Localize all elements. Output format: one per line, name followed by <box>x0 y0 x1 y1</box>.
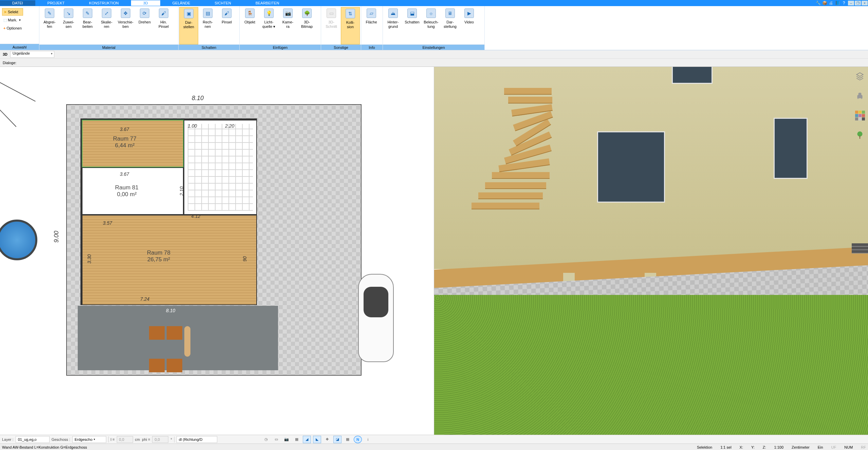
ribbon-item-label: Skalie-ren <box>101 20 112 29</box>
status-unit: Zentimeter <box>792 445 810 449</box>
ribbon-title-schatten: Schatten <box>179 44 239 50</box>
geschoss-select[interactable]: Erdgescho▾ <box>72 436 106 443</box>
furniture-icon[interactable] <box>855 91 865 101</box>
menu-tab-gelaende[interactable]: GELÄNDE <box>160 0 203 6</box>
ribbon-item-label: Licht-quelle ▾ <box>262 20 275 29</box>
status-left: Wand AW-Bestand L=Konstruktion G=Erdgesc… <box>2 445 87 449</box>
view-grab-handle[interactable] <box>852 243 868 254</box>
ribbon-schatten-0[interactable]: ▣Dar-stellen <box>179 7 198 44</box>
ribbon-group-sonstige: ▭3D-Schnitt⇅Kolli-sion Sonstige <box>321 6 361 50</box>
ribbon-info-0[interactable]: ▱Fläche <box>362 7 381 44</box>
ribbon-material-3[interactable]: ⤢Skalie-ren <box>97 7 116 44</box>
ribbon-material-5[interactable]: ⟳Drehen <box>135 7 154 44</box>
monitor-icon[interactable]: ▭ <box>272 436 280 443</box>
ribbon: ➤ Selekt ⬚ Mark. ▼ + Optionen Auswahl ✎A… <box>0 6 868 50</box>
clock-icon[interactable]: ◷ <box>262 436 270 443</box>
info-icon[interactable]: i <box>364 436 372 443</box>
ribbon-einfuegen-3[interactable]: 🌳3D-Bitmap <box>297 7 316 44</box>
package-icon[interactable]: 📦 <box>822 0 827 6</box>
stairwell[interactable]: 1.00 2.20 <box>184 120 257 215</box>
window-3d-2 <box>774 118 808 179</box>
plane-b-icon[interactable]: ◣ <box>313 436 321 443</box>
menu-strip: DATEI PROJEKT KONSTRUKTION 3D GELÄNDE SI… <box>0 0 868 6</box>
optionen-button[interactable]: + Optionen <box>2 24 23 32</box>
phi-input[interactable]: 0,0 <box>152 436 168 443</box>
menu-tab-bearbeiten[interactable]: BEARBEITEN <box>243 0 292 6</box>
ribbon-einstellungen-3[interactable]: 🖥Dar-stellung <box>441 7 460 44</box>
ribbon-einstellungen-0[interactable]: ⛰Hinter-grund <box>384 7 403 44</box>
ribbon-material-4[interactable]: ✥Verschie-ben <box>116 7 135 44</box>
ribbon-item-label: 3D-Bitmap <box>301 20 313 29</box>
ribbon-einfuegen-2[interactable]: 📷Kame-ra <box>278 7 297 44</box>
book-icon[interactable]: 📘 <box>835 0 840 6</box>
ribbon-schatten-1[interactable]: ▤Rech-nen <box>198 7 217 44</box>
mark-button[interactable]: ⬚ Mark. ▼ <box>2 16 23 24</box>
room-81[interactable]: 3.67 Raum 810,00 m² 2.10 <box>82 167 184 215</box>
camera-icon[interactable]: 📷 <box>282 436 291 443</box>
layers-icon[interactable] <box>855 71 865 81</box>
layers-toggle-icon[interactable]: ❖ <box>323 436 331 443</box>
⬓-icon: ⬓ <box>407 8 417 18</box>
optionen-label: Optionen <box>6 26 22 30</box>
ribbon-material-1[interactable]: ↘Zuwei-sen <box>59 7 78 44</box>
material-palette-icon[interactable] <box>855 110 865 120</box>
grass-3d <box>434 295 868 435</box>
tools-icon[interactable]: 🔧 <box>815 0 821 6</box>
ribbon-material-2[interactable]: ✎Bear-beiten <box>78 7 97 44</box>
✎-icon: ✎ <box>45 8 54 18</box>
ribbon-material-6[interactable]: 🖌Hin.Pinsel <box>154 7 173 44</box>
menu-tab-projekt[interactable]: PROJEKT <box>35 0 77 6</box>
print-icon[interactable]: 🖨 <box>828 0 834 6</box>
ribbon-item-label: Objekt <box>244 20 255 24</box>
selekt-button[interactable]: ➤ Selekt <box>2 8 23 16</box>
layer-select[interactable]: 01_ug,eg,o <box>16 436 50 443</box>
ribbon-title-einstellungen: Einstellungen <box>383 44 484 50</box>
ribbon-material-0[interactable]: ✎Abgrei-fen <box>40 7 59 44</box>
ribbon-einfuegen-0[interactable]: 🪑Objekt <box>240 7 259 44</box>
grid-icon[interactable]: ▦ <box>293 436 301 443</box>
ribbon-einfuegen-1[interactable]: 💡Licht-quelle ▾ <box>259 7 278 44</box>
ribbon-item-label: Bear-beiten <box>82 20 93 29</box>
title-buttons: 🔧 📦 🖨 📘 ? – ❐ × <box>815 0 868 6</box>
window-restore-button[interactable]: ❐ <box>855 1 861 5</box>
viewport-3d[interactable] <box>434 67 868 435</box>
ribbon-title-sonstige: Sonstige <box>321 44 361 50</box>
⤢-icon: ⤢ <box>102 8 111 18</box>
car <box>358 274 394 362</box>
window-minimize-button[interactable]: – <box>848 1 854 5</box>
direction-select[interactable]: dl (Richtung/D <box>177 436 217 443</box>
selekt-label: Selekt <box>8 10 18 14</box>
ribbon-schatten-2[interactable]: 🖌Pinsel <box>217 7 236 44</box>
terrace[interactable]: 8.10 <box>78 306 278 370</box>
menu-tab-datei[interactable]: DATEI <box>0 0 35 6</box>
ribbon-sonstige-0: ▭3D-Schnitt <box>322 7 341 44</box>
room-77[interactable]: 3.67 Raum 776,44 m² <box>82 120 184 167</box>
cube-icon[interactable]: ◪ <box>333 436 341 443</box>
ribbon-item-label: Dar-stellung <box>444 20 457 29</box>
ribbon-einstellungen-1[interactable]: ⬓Schatten <box>403 7 422 44</box>
help-icon[interactable]: ? <box>841 0 847 6</box>
room-78[interactable]: 3.57 4.12 Raum 7826,75 m² 3.30 90 7.24 <box>82 215 257 305</box>
menu-tab-sichten[interactable]: SICHTEN <box>202 0 243 6</box>
ribbon-sonstige-1[interactable]: ⇅Kolli-sion <box>341 7 360 44</box>
plane-a-icon[interactable]: ◢ <box>303 436 311 443</box>
north-icon[interactable]: N <box>354 436 362 443</box>
terrain-select[interactable]: Urgelände <box>10 51 54 58</box>
viewport-2d[interactable]: 8.10 9.00 3.67 Raum 776,44 m² 1.00 2.20 <box>0 67 434 435</box>
menu-tab-konstruktion[interactable]: KONSTRUKTION <box>77 0 131 6</box>
ribbon-title-info: Info <box>361 44 383 50</box>
room81-label: Raum 810,00 m² <box>115 184 138 198</box>
plant-icon[interactable] <box>855 130 865 140</box>
length-input[interactable]: 0,0 <box>117 436 133 443</box>
dim-259: 3.57 <box>103 220 112 226</box>
window-3d <box>597 131 665 203</box>
plus-icon: + <box>3 26 5 30</box>
window-close-button[interactable]: × <box>862 1 868 5</box>
grid2-icon[interactable]: ▦ <box>344 436 352 443</box>
length-unit: cm <box>135 437 140 442</box>
ribbon-einstellungen-4[interactable]: ▶Video <box>460 7 479 44</box>
✥-icon: ✥ <box>121 8 130 18</box>
svg-rect-1 <box>860 136 860 139</box>
ribbon-einstellungen-2[interactable]: ☼Beleuch-tung <box>422 7 441 44</box>
menu-tab-3d[interactable]: 3D <box>131 0 160 6</box>
